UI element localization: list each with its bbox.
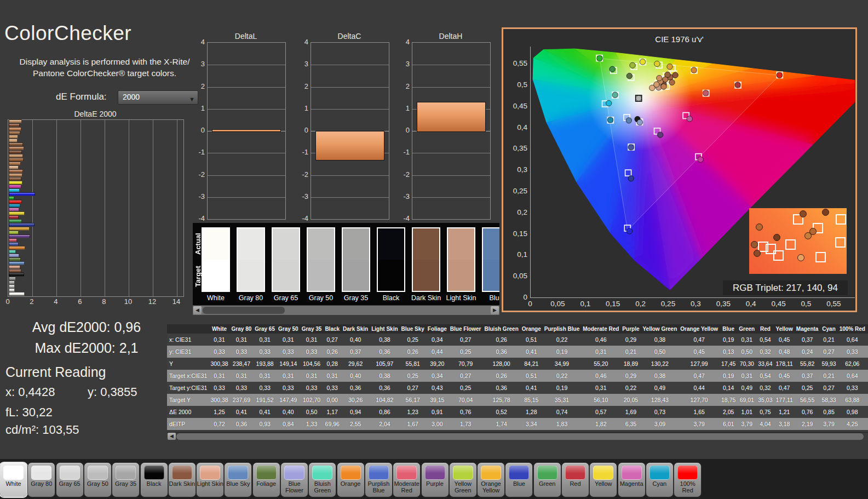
scroll-right-icon[interactable]: ▶ <box>491 306 499 314</box>
table-cell: 0,31 <box>209 334 229 346</box>
table-cell: 0,44 <box>679 382 720 394</box>
patch-button-label: Purplish Blue <box>365 481 392 494</box>
patch-button-light-skin[interactable]: Light Skin <box>197 463 223 497</box>
patch-button-yellow-green[interactable]: Yellow Green <box>450 463 476 497</box>
table-cell: 0,40 <box>277 406 300 418</box>
y-tick-label: 1 <box>398 104 410 112</box>
gridline <box>311 65 389 65</box>
table-cell: 0,44 <box>426 346 449 358</box>
patch-button-white[interactable]: White <box>0 463 27 497</box>
table-scrollbar[interactable]: ◀ <box>167 432 868 440</box>
table-cell: 0,31 <box>581 382 620 394</box>
target-color <box>308 260 334 291</box>
patch-color-swatch <box>3 466 24 480</box>
patch-button-label: Gray 50 <box>84 481 111 487</box>
patch-button-orange-yellow[interactable]: Orange Yellow <box>478 463 504 497</box>
patch-button-label: Green <box>534 481 561 487</box>
patch-button-orange[interactable]: Orange <box>337 463 364 497</box>
table-cell: 0,40 <box>341 334 370 346</box>
table-cell: 104,82 <box>370 394 399 406</box>
swatch-strip-scrollbar[interactable]: ◀▶ <box>193 306 499 315</box>
column-header: Red <box>756 324 774 334</box>
patch-color-swatch <box>677 466 698 480</box>
patch-button-gray-35[interactable]: Gray 35 <box>112 463 139 497</box>
patch-button-blue[interactable]: Blue <box>505 463 532 497</box>
avg-de2000-stat: Avg dE2000: 0,96 <box>4 319 169 335</box>
patch-color-swatch <box>565 466 585 480</box>
actual-color <box>378 228 404 260</box>
table-cell: 0,32 <box>756 346 774 358</box>
patch-button-gray-80[interactable]: Gray 80 <box>28 463 55 497</box>
patch-button-purple[interactable]: Purple <box>422 463 449 497</box>
description-line1: Display analysis is performed with the X… <box>20 57 190 66</box>
patch-button-purplish-blue[interactable]: Purplish Blue <box>365 463 392 497</box>
patch-button-foliage[interactable]: Foliage <box>253 463 280 497</box>
patch-button-blue-sky[interactable]: Blue Sky <box>225 463 251 497</box>
table-cell: 85,15 <box>520 394 543 406</box>
measured-dot-skin-h <box>669 79 675 85</box>
table-cell: 177,11 <box>774 394 795 406</box>
delta-e-bar-magenta <box>9 208 19 211</box>
column-header: Blue <box>720 324 737 334</box>
patch-button-100-red[interactable]: 100% Red <box>674 463 701 497</box>
patch-button-green[interactable]: Green <box>534 463 561 497</box>
inset-measured-dot <box>797 254 804 261</box>
cie-y-tick-label: 0,05 <box>504 272 527 280</box>
table-cell: 0,41 <box>230 406 254 418</box>
cie-x-tick-label: 0,3 <box>683 300 708 308</box>
delta-h-chart: DeltaH43210-1-2-3-4 <box>398 32 496 223</box>
measured-dot-yellow-100 <box>640 59 645 65</box>
patch-button-magenta[interactable]: Magenta <box>618 463 645 497</box>
gridline <box>129 120 129 296</box>
data-table: WhiteGray 80Gray 65Gray 50Gray 35BlackDa… <box>167 324 868 430</box>
scroll-thumb[interactable] <box>176 433 864 440</box>
table-cell: 178,11 <box>774 358 795 370</box>
table-cell: 1,67 <box>400 418 426 430</box>
table-cell: 0,54 <box>756 334 774 346</box>
patch-color-swatch <box>593 466 613 480</box>
gridline <box>311 175 389 176</box>
y-tick-label: 1 <box>296 104 308 112</box>
column-header: Purple <box>620 324 641 334</box>
table-cell: 0,48 <box>774 346 795 358</box>
patch-button-red[interactable]: Red <box>562 463 589 497</box>
patch-button-black[interactable]: Black <box>141 463 168 497</box>
table-cell: 0,24 <box>795 346 820 358</box>
table-cell: 0,75 <box>756 406 774 418</box>
table-cell: 0,19 <box>543 382 581 394</box>
measured-dot-yellow <box>654 61 660 66</box>
measured-dot-orange <box>691 67 697 73</box>
patch-button-bluish-green[interactable]: Bluish Green <box>309 463 336 497</box>
table-cell: 0,27 <box>400 382 426 394</box>
table-row: Y300,38238,47193,88149,14104,560,2829,62… <box>167 358 868 370</box>
patch-button-gray-50[interactable]: Gray 50 <box>84 463 111 497</box>
patch-button-yellow[interactable]: Yellow <box>590 463 617 497</box>
de-formula-dropdown[interactable]: 2000 ▼ <box>118 90 198 105</box>
row-label: Target Y <box>167 394 209 406</box>
table-cell: 0,25 <box>400 370 426 382</box>
column-header: Black <box>323 324 341 334</box>
scroll-thumb[interactable] <box>203 307 285 314</box>
inset-measured-dot <box>800 210 807 217</box>
delta-e-bar-blue-sky <box>9 261 25 265</box>
delta-e-bar-light-skin <box>9 265 20 269</box>
delta-e-bar-skin-tone-11 <box>9 139 18 142</box>
table-cell: 127,70 <box>679 394 720 406</box>
table-cell: 0,47 <box>679 334 720 346</box>
patch-button-dark-skin[interactable]: Dark Skin <box>169 463 196 497</box>
patch-button-gray-65[interactable]: Gray 65 <box>56 463 83 497</box>
patch-color-swatch <box>453 466 473 480</box>
patch-button-cyan[interactable]: Cyan <box>646 463 673 497</box>
target-color <box>413 260 439 291</box>
y-tick-label: -3 <box>296 192 308 200</box>
patch-color-swatch <box>425 466 445 480</box>
scroll-left-icon[interactable]: ◀ <box>193 306 202 314</box>
patch-button-blue-flower[interactable]: Blue Flower <box>281 463 308 497</box>
table-cell: 0,22 <box>543 370 581 382</box>
delta-e-bar-yellow <box>9 211 25 215</box>
patch-button-moderate-red[interactable]: Moderate Red <box>393 463 420 497</box>
measurement-table: WhiteGray 80Gray 65Gray 50Gray 35BlackDa… <box>167 324 868 432</box>
delta-e-bar-dark-skin <box>9 269 21 273</box>
patch-swatch-light-skin <box>447 227 475 292</box>
scroll-left-icon[interactable]: ◀ <box>168 433 176 440</box>
